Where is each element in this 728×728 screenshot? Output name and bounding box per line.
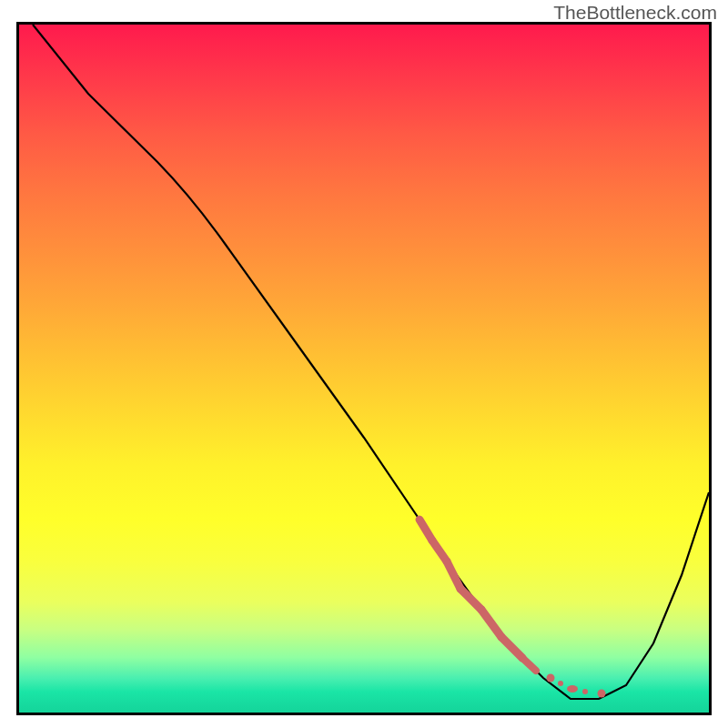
svg-point-11 (598, 690, 606, 698)
watermark-text: TheBottleneck.com (553, 2, 717, 24)
dotted-segment (420, 520, 606, 698)
svg-point-8 (558, 681, 563, 686)
svg-point-10 (582, 689, 588, 694)
main-curve-line (33, 25, 709, 699)
svg-line-2 (447, 561, 460, 589)
chart-svg (19, 25, 709, 713)
plot-area (16, 22, 712, 715)
svg-line-4 (481, 610, 501, 637)
svg-line-6 (522, 658, 536, 671)
svg-line-3 (460, 589, 481, 610)
svg-point-7 (547, 674, 555, 682)
svg-point-9 (567, 685, 578, 693)
svg-line-5 (501, 637, 522, 658)
chart-container: TheBottleneck.com (0, 0, 728, 728)
